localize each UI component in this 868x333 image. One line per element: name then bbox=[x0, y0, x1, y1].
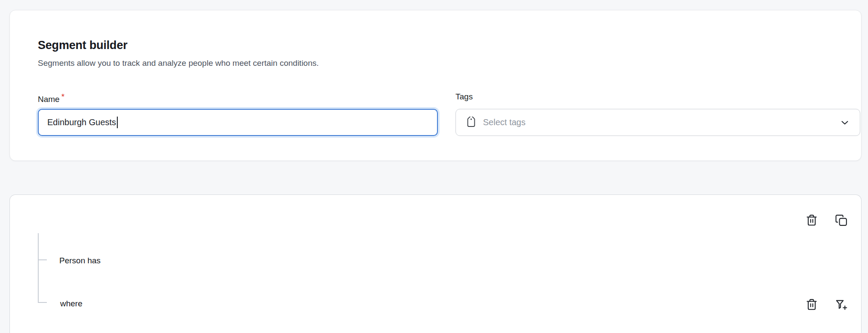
segment-details-card: Segment builder Segments allow you to tr… bbox=[9, 10, 862, 161]
trash-icon bbox=[805, 298, 818, 311]
segment-name-input[interactable]: Edinburgh Guests bbox=[38, 109, 438, 136]
tags-placeholder: Select tags bbox=[483, 117, 834, 127]
page-subtitle: Segments allow you to track and analyze … bbox=[38, 59, 319, 68]
delete-condition-button[interactable] bbox=[804, 213, 819, 228]
condition-card: What someone has done (or not done) bbox=[9, 194, 862, 333]
tree-connector-line bbox=[38, 233, 39, 303]
segment-name-value: Edinburgh Guests bbox=[47, 117, 116, 127]
tags-select[interactable]: Select tags bbox=[455, 109, 860, 136]
add-filter-button[interactable] bbox=[834, 297, 849, 312]
name-label: Name* bbox=[38, 92, 64, 104]
copy-icon bbox=[835, 214, 848, 227]
event-row-prefix: Person has bbox=[59, 256, 101, 265]
delete-filter-button[interactable] bbox=[804, 297, 819, 312]
tree-connector-tick bbox=[38, 259, 47, 260]
page-title: Segment builder bbox=[38, 39, 128, 52]
filter-row-prefix: where bbox=[60, 299, 83, 308]
tag-icon bbox=[465, 117, 477, 128]
tree-connector-elbow bbox=[38, 302, 47, 303]
duplicate-condition-button[interactable] bbox=[834, 213, 849, 228]
trash-icon bbox=[805, 214, 818, 227]
chevron-down-icon bbox=[839, 117, 850, 128]
filter-plus-icon bbox=[835, 298, 848, 311]
tags-label: Tags bbox=[455, 92, 473, 102]
required-asterisk: * bbox=[61, 92, 64, 101]
text-caret bbox=[117, 117, 118, 128]
segment-builder-page: Segment builder Segments allow you to tr… bbox=[0, 0, 868, 333]
